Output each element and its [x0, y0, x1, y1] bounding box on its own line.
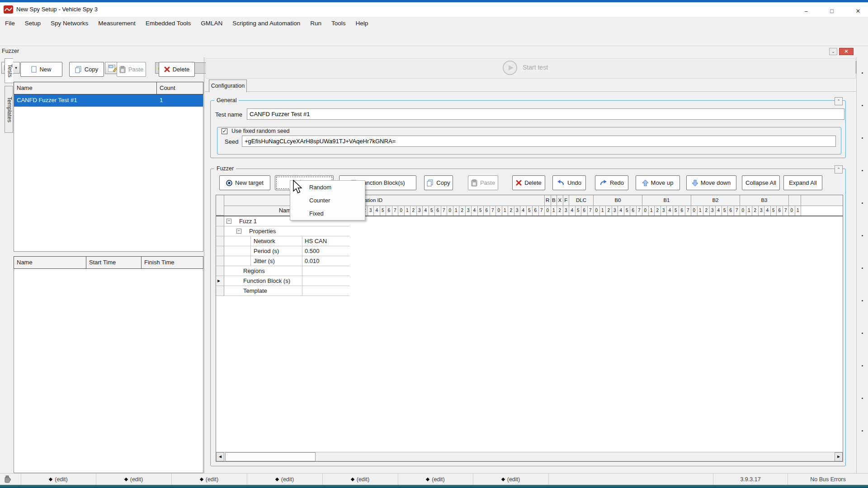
tests-col-name[interactable]: Name	[14, 82, 157, 94]
bit-header-cell: 6	[484, 206, 490, 216]
tree-row-jitter-s-[interactable]: Jitter (s)0.010	[216, 256, 843, 266]
menu-setup[interactable]: Setup	[20, 17, 46, 30]
close-button[interactable]: ✕	[850, 6, 866, 16]
side-tab-tests[interactable]: Tests	[5, 58, 13, 83]
fuzzer-button-undo[interactable]: Undo	[552, 175, 586, 190]
status-edit-cell[interactable]: (edit)	[21, 474, 96, 485]
row-gutter-cell	[216, 256, 224, 266]
tree-row-network[interactable]: NetworkHS CAN	[216, 236, 843, 246]
dock-dot[interactable]	[862, 365, 863, 366]
status-edit-cell[interactable]: (edit)	[473, 474, 548, 485]
fuzzer-button-move-up[interactable]: Move up	[636, 175, 680, 190]
use-fixed-seed-checkbox[interactable]: ✓	[222, 128, 227, 134]
bit-header-cell: 7	[441, 206, 448, 216]
fuzzer-collapse-button[interactable]: ⌃	[835, 165, 843, 174]
bus-errors-cell: No Bus Errors	[788, 474, 868, 485]
edit-label: (edit)	[357, 476, 369, 483]
dock-dot[interactable]	[862, 105, 863, 106]
status-edit-cell[interactable]: (edit)	[96, 474, 171, 485]
bit-header-cell: 2	[606, 206, 612, 216]
fuzzer-button-redo[interactable]: Redo	[595, 175, 628, 190]
app-logo-icon	[4, 5, 13, 15]
run-dropdown-arrow[interactable]: ▾	[12, 62, 20, 74]
scrollbar-thumb[interactable]	[225, 452, 316, 461]
menu-gmlan[interactable]: GMLAN	[196, 17, 227, 30]
expander-icon[interactable]: −	[236, 229, 241, 234]
fuzzer-group-label: Fuzzer	[214, 165, 236, 172]
dock-dot[interactable]	[862, 72, 863, 74]
fuzzer-button-delete[interactable]: Delete	[512, 175, 545, 190]
menu-item-fixed[interactable]: Fixed	[290, 207, 365, 220]
maximize-button[interactable]: □	[824, 6, 840, 16]
panel-collapse-button[interactable]: ⌄	[829, 48, 837, 55]
horizontal-scrollbar[interactable]: ◀ ▶	[216, 452, 843, 461]
status-edit-cell[interactable]: (edit)	[247, 474, 322, 485]
dock-dot[interactable]	[862, 267, 863, 269]
status-edit-cell[interactable]: (edit)	[322, 474, 398, 485]
seed-input[interactable]	[242, 136, 836, 147]
tree-row-period-s-[interactable]: Period (s)0.500	[216, 246, 843, 256]
copy-test-button[interactable]: Copy	[69, 62, 104, 77]
tree-row-properties[interactable]: −Properties	[216, 226, 843, 236]
new-test-button[interactable]: New	[20, 62, 62, 77]
tab-configuration[interactable]: Configuration	[209, 80, 247, 92]
use-fixed-seed-label: Use fixed random seed	[229, 128, 292, 134]
scroll-right-button[interactable]: ▶	[835, 452, 843, 461]
dock-dot[interactable]	[862, 333, 863, 334]
bit-header-cell: 2	[752, 206, 759, 216]
menu-tools[interactable]: Tools	[326, 17, 351, 30]
results-col-start[interactable]: Start Time	[86, 257, 142, 268]
fuzzer-button-expand-all[interactable]: Expand All	[783, 175, 822, 190]
minimize-button[interactable]: –	[798, 6, 814, 16]
delete-test-button[interactable]: Delete	[159, 62, 195, 77]
bit-header-cell: 2	[557, 206, 563, 216]
panel-close-button[interactable]: ✕	[839, 48, 854, 55]
copy-icon	[75, 66, 82, 73]
tree-row-template[interactable]: Template	[216, 286, 843, 296]
dock-dot[interactable]	[862, 398, 863, 399]
fuzzer-button-move-down[interactable]: Move down	[686, 175, 736, 190]
edit-page-icon	[108, 65, 117, 72]
menu-run[interactable]: Run	[305, 17, 326, 30]
dock-dot[interactable]	[862, 300, 863, 301]
dock-dot[interactable]	[862, 170, 863, 171]
menu-spy-networks[interactable]: Spy Networks	[46, 17, 93, 30]
fuzzer-grid: NameArbitration ID0123456701234567012345…	[216, 195, 843, 462]
results-col-finish[interactable]: Finish Time	[142, 257, 203, 268]
menu-help[interactable]: Help	[351, 17, 373, 30]
fuzzer-button-copy[interactable]: Copy	[424, 175, 453, 190]
dock-dot[interactable]	[862, 235, 863, 236]
tree-row-regions[interactable]: Regions	[216, 266, 843, 276]
results-col-name[interactable]: Name	[14, 257, 86, 268]
bit-header-cell: 1	[405, 206, 411, 216]
status-edit-cell[interactable]: (edit)	[171, 474, 247, 485]
scroll-left-button[interactable]: ◀	[216, 452, 224, 461]
button-label: Paste	[128, 66, 143, 73]
tests-col-count[interactable]: Count	[157, 82, 203, 94]
bit-header-cell: 0	[398, 206, 405, 216]
bit-group-DLC: DLC	[569, 195, 594, 206]
vehicle-spy-window: New Spy Setup - Vehicle Spy 3 – □ ✕ File…	[0, 0, 868, 488]
panel-title: Fuzzer	[2, 48, 19, 54]
expander-icon[interactable]: −	[226, 219, 231, 224]
start-test-button[interactable]	[503, 61, 517, 75]
menu-file[interactable]: File	[0, 17, 20, 30]
dock-dot[interactable]	[862, 137, 863, 139]
table-row[interactable]: CANFD Fuzzer Test #1 1	[14, 94, 203, 107]
menu-embedded-tools[interactable]: Embedded Tools	[141, 17, 196, 30]
tree-row-function-block-s-[interactable]: ▶Function Block (s)	[216, 276, 843, 286]
dock-dot[interactable]	[862, 430, 863, 432]
side-tab-templates[interactable]: Templates	[5, 86, 13, 133]
menu-measurement[interactable]: Measurement	[93, 17, 141, 30]
tab-baseline	[205, 91, 856, 92]
dock-strip	[856, 57, 868, 473]
menu-scripting-and-automation[interactable]: Scripting and Automation	[227, 17, 305, 30]
test-name-input[interactable]	[247, 108, 844, 120]
fuzzer-button-collapse-all[interactable]: Collapse All	[742, 175, 780, 190]
fuzzer-button-new-target[interactable]: New target	[219, 175, 270, 190]
general-collapse-button[interactable]: ⌃	[835, 97, 843, 105]
bit-header-cell: 7	[490, 206, 496, 216]
dock-dot[interactable]	[862, 202, 863, 204]
status-edit-cell[interactable]: (edit)	[398, 474, 473, 485]
results-table-body	[14, 269, 203, 473]
